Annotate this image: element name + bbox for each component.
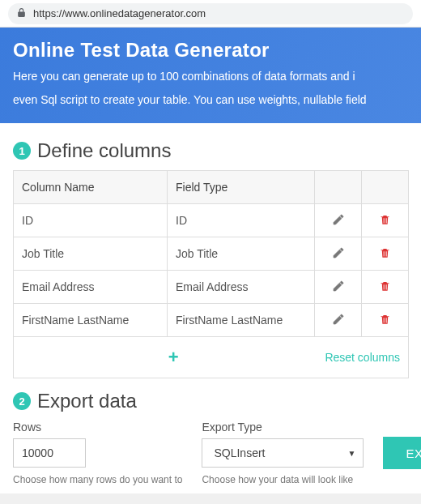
- edit-icon[interactable]: [332, 315, 345, 328]
- page-title: Online Test Data Generator: [13, 39, 408, 62]
- export-type-select[interactable]: SQLInsert: [202, 438, 364, 468]
- page-subtitle-1: Here you can generate up to 100 combinat…: [13, 68, 408, 85]
- reset-columns-link[interactable]: Reset columns: [325, 351, 400, 364]
- trash-icon[interactable]: [379, 282, 391, 295]
- th-column-name: Column Name: [14, 171, 168, 204]
- table-row: ID ID: [14, 204, 409, 237]
- hero-banner: Online Test Data Generator Here you can …: [0, 28, 421, 123]
- edit-icon[interactable]: [332, 216, 345, 229]
- section-title-2: Export data: [37, 390, 137, 412]
- th-field-type: Field Type: [168, 171, 315, 204]
- export-type-group: Export Type SQLInsert ▼ Choose how your …: [202, 421, 364, 485]
- export-button[interactable]: EXPORT: [383, 437, 421, 469]
- add-column-button[interactable]: +: [22, 347, 325, 368]
- url-text: https://www.onlinedatagenerator.com: [33, 7, 206, 19]
- rows-label: Rows: [13, 421, 182, 434]
- th-edit: [315, 171, 362, 204]
- trash-icon[interactable]: [379, 315, 391, 328]
- table-row: Job Title Job Title: [14, 237, 409, 271]
- table-row: Email Address Email Address: [14, 271, 409, 304]
- cell-column-name: FirstName LastName: [14, 304, 168, 337]
- lock-icon: [16, 7, 27, 20]
- edit-icon[interactable]: [332, 282, 345, 295]
- step-badge-1: 1: [13, 142, 31, 160]
- section-export-header: 2 Export data: [13, 390, 408, 412]
- export-type-label: Export Type: [202, 421, 364, 434]
- edit-icon[interactable]: [332, 249, 345, 262]
- rows-field-group: Rows Choose how many rows do you want to: [13, 421, 182, 485]
- rows-hint: Choose how many rows do you want to: [13, 474, 182, 485]
- step-badge-2: 2: [13, 392, 31, 410]
- columns-table: Column Name Field Type ID ID Job Title J…: [13, 170, 409, 378]
- cell-column-name: ID: [14, 204, 168, 237]
- cell-column-name: Job Title: [14, 237, 168, 271]
- cell-column-name: Email Address: [14, 271, 168, 304]
- cell-field-type: FirstName LastName: [168, 304, 315, 337]
- rows-input[interactable]: [13, 438, 86, 468]
- cell-field-type: Email Address: [168, 271, 315, 304]
- section-title-1: Define columns: [37, 139, 171, 162]
- table-footer-row: + Reset columns: [14, 337, 409, 378]
- page-subtitle-2: even Sql script to create your table. Yo…: [13, 92, 408, 109]
- section-define-columns-header: 1 Define columns: [13, 139, 408, 162]
- cell-field-type: Job Title: [168, 237, 315, 271]
- table-row: FirstName LastName FirstName LastName: [14, 304, 409, 337]
- trash-icon[interactable]: [379, 249, 391, 262]
- cell-field-type: ID: [168, 204, 315, 237]
- url-field[interactable]: https://www.onlinedatagenerator.com: [8, 3, 413, 24]
- export-type-hint: Choose how your data will look like: [202, 474, 364, 485]
- th-delete: [362, 171, 409, 204]
- trash-icon[interactable]: [379, 216, 391, 229]
- browser-address-bar: https://www.onlinedatagenerator.com: [0, 0, 421, 28]
